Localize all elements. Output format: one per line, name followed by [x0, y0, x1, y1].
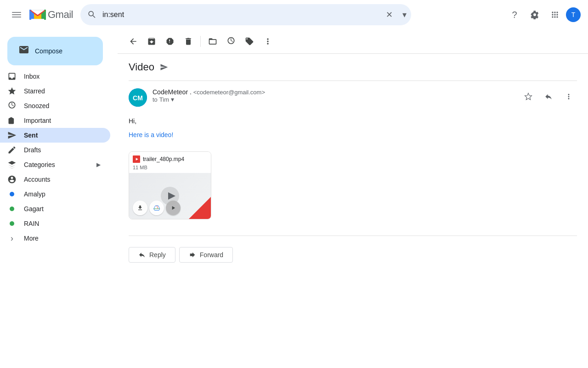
sidebar-more[interactable]: › More: [0, 231, 110, 246]
move-button[interactable]: [204, 33, 221, 50]
sender-avatar-image: CM: [129, 88, 147, 107]
sidebar-item-sent[interactable]: Sent: [0, 128, 110, 143]
email-date: [520, 88, 577, 105]
main-area: Compose Inbox Starred Snoozed: [0, 29, 588, 368]
sidebar-item-inbox[interactable]: Inbox: [0, 69, 110, 84]
sidebar-label-amalyp-text: Amalyp: [24, 190, 103, 198]
sidebar-item-drafts-label: Drafts: [24, 146, 103, 154]
reply-label: Reply: [149, 251, 166, 259]
email-divider-top: [129, 80, 577, 81]
reply-button[interactable]: Reply: [129, 247, 175, 263]
sidebar-label-gagart-text: Gagart: [24, 205, 103, 213]
to-name: Tim: [159, 96, 169, 103]
help-button[interactable]: ?: [505, 6, 524, 24]
sidebar-item-categories[interactable]: Categories ▶: [0, 157, 110, 172]
attachment-header: trailer_480p.mp4: [129, 152, 211, 165]
more-actions-button[interactable]: [260, 33, 276, 50]
email-content: Video CM: [118, 29, 588, 368]
sender-email: <codemeteor@gmail.com>: [193, 89, 265, 96]
compose-button[interactable]: Compose: [7, 37, 103, 65]
svg-text:CM: CM: [133, 94, 143, 102]
email-greeting: Hi,: [129, 116, 577, 126]
email-toolbar: [118, 29, 588, 54]
sidebar-item-important-label: Important: [24, 117, 103, 124]
sidebar-item-starred[interactable]: Starred: [0, 84, 110, 98]
delete-button[interactable]: [180, 33, 197, 50]
spam-button[interactable]: [162, 33, 178, 50]
sidebar-item-important[interactable]: Important: [0, 113, 110, 128]
sidebar-label-rain[interactable]: RAIN: [0, 216, 110, 231]
snooze-button[interactable]: [223, 33, 239, 50]
compose-label: Compose: [35, 47, 62, 55]
sidebar-label-amalyp[interactable]: Amalyp: [0, 187, 110, 201]
logo-area: Gmail: [29, 8, 73, 21]
gmail-wordmark: Gmail: [48, 9, 73, 21]
sidebar-item-categories-label: Categories: [24, 161, 86, 168]
attachment-name: trailer_480p.mp4: [143, 156, 184, 162]
apps-button[interactable]: [546, 6, 564, 24]
drafts-icon: [7, 145, 17, 155]
video-file-icon: [133, 155, 140, 163]
email-divider-bottom: [129, 236, 577, 236]
sidebar-item-snoozed-label: Snoozed: [24, 102, 103, 109]
sender-info: CodeMeteor . <codemeteor@gmail.com> to T…: [153, 88, 514, 103]
play-button-container: Play video: [166, 201, 181, 215]
sidebar-item-drafts[interactable]: Drafts: [0, 143, 110, 157]
sidebar-item-accounts-label: Accounts: [24, 176, 103, 183]
attachment-container: trailer_480p.mp4 11 MB: [129, 151, 577, 221]
top-bar: Gmail in:sent ✕ ▾ ? T: [0, 0, 588, 29]
reply-email-button-header[interactable]: [540, 88, 557, 105]
search-icon: [87, 10, 96, 20]
more-email-button[interactable]: [560, 88, 577, 105]
svg-rect-1: [12, 14, 21, 15]
sent-icon: [7, 131, 17, 140]
accounts-icon: [7, 175, 17, 184]
search-clear-button[interactable]: ✕: [386, 10, 393, 20]
important-icon: [7, 116, 17, 125]
more-expand-icon: ›: [7, 234, 17, 243]
sidebar-item-snoozed[interactable]: Snoozed: [0, 98, 110, 113]
play-video-button[interactable]: [166, 201, 181, 215]
star-icon: [7, 86, 17, 96]
sender-name: CodeMeteor . <codemeteor@gmail.com>: [153, 88, 265, 96]
label-button[interactable]: [241, 33, 258, 50]
snoozed-icon: [7, 101, 17, 110]
user-avatar[interactable]: T: [566, 7, 581, 22]
amalyp-dot: [10, 192, 14, 196]
sidebar-label-gagart[interactable]: Gagart: [0, 201, 110, 216]
hamburger-button[interactable]: [7, 6, 26, 24]
settings-button[interactable]: [526, 6, 544, 24]
email-subject: Video: [129, 61, 154, 73]
to-line[interactable]: to Tim ▾: [153, 96, 514, 103]
download-attachment-button[interactable]: [133, 201, 147, 215]
email-header: CM CodeMeteor . <codemeteor@gmail.com> t…: [129, 85, 577, 110]
search-bar: in:sent ✕ ▾: [80, 4, 411, 25]
sidebar-item-accounts[interactable]: Accounts: [0, 172, 110, 187]
gagart-dot: [10, 207, 14, 211]
email-body-text: Here is a video!: [129, 131, 173, 138]
search-options-button[interactable]: ▾: [402, 10, 407, 20]
top-right-actions: ? T: [505, 6, 581, 24]
back-button[interactable]: [125, 33, 141, 50]
save-to-drive-button[interactable]: [149, 201, 164, 215]
email-subject-row: Video: [118, 54, 588, 77]
compose-plus-icon: [18, 44, 29, 58]
archive-button[interactable]: [143, 33, 160, 50]
attachment-action-buttons: Play video: [133, 201, 181, 215]
rain-dot: [10, 221, 14, 226]
inbox-icon: [7, 72, 17, 81]
email-body: Hi, Here is a video!: [129, 110, 577, 146]
toolbar-divider-1: [200, 36, 201, 47]
expand-recipient-icon[interactable]: ▾: [171, 96, 174, 103]
categories-icon: [7, 160, 17, 169]
svg-rect-0: [12, 12, 21, 13]
svg-rect-2: [12, 17, 21, 17]
to-label: to: [153, 96, 158, 103]
search-input[interactable]: in:sent: [80, 4, 411, 25]
email-action-buttons: Reply Forward: [129, 247, 577, 263]
attachment-size: 11 MB: [129, 165, 211, 173]
sidebar: Compose Inbox Starred Snoozed: [0, 29, 118, 368]
forward-button[interactable]: Forward: [179, 247, 233, 263]
sidebar-item-inbox-label: Inbox: [24, 73, 103, 80]
star-email-button[interactable]: [520, 88, 537, 105]
